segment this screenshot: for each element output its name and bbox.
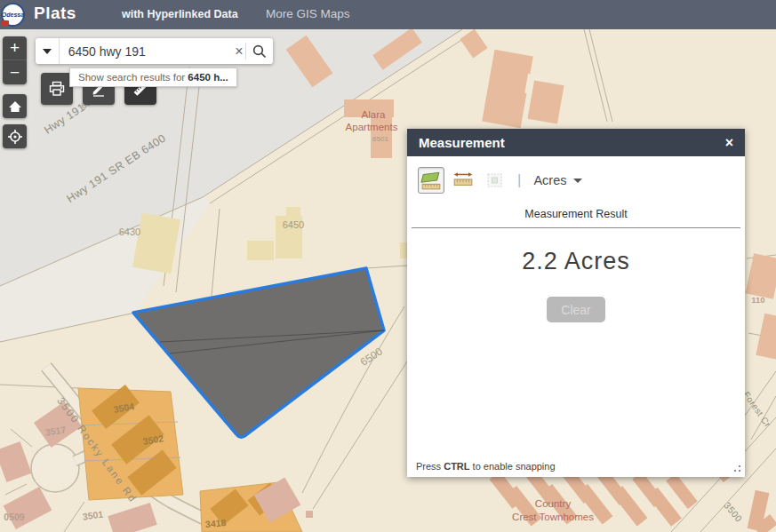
divider xyxy=(412,227,740,228)
search-source-dropdown[interactable] xyxy=(36,38,60,64)
chevron-down-icon xyxy=(43,49,52,54)
close-panel-button[interactable]: × xyxy=(714,135,745,151)
zoom-in-button[interactable]: + xyxy=(3,36,27,60)
search-bar: × xyxy=(36,38,273,64)
clear-button[interactable]: Clear xyxy=(547,297,605,322)
locate-button[interactable] xyxy=(3,124,27,148)
suggestion-term: 6450 h... xyxy=(188,72,228,83)
map-canvas[interactable]: Hwy 191600Hwy 191 SR EB 6400643064506500… xyxy=(0,29,776,532)
printer-icon xyxy=(48,80,66,98)
parcel-label-3418: 3418 xyxy=(204,517,226,529)
suggestion-text: Show search results for xyxy=(78,72,188,83)
search-button[interactable] xyxy=(246,38,273,64)
snapping-hint: Press CTRL to enable snapping xyxy=(407,456,745,477)
home-icon xyxy=(8,99,22,114)
area-measure-button[interactable] xyxy=(418,167,444,194)
unit-label: Acres xyxy=(533,173,566,187)
tools-separator: | xyxy=(517,171,521,189)
parcel-label-0509: 0509 xyxy=(4,512,25,522)
location-measure-icon xyxy=(485,171,505,190)
measurement-result-value: 2.2 Acres xyxy=(407,248,745,275)
poi-label-country-line2: Crest Townhomes xyxy=(512,512,594,522)
close-icon: × xyxy=(725,135,733,150)
poi-label-alara-line1: Alara xyxy=(362,109,386,120)
zoom-out-button[interactable]: − xyxy=(3,60,27,84)
crosshair-icon xyxy=(7,129,23,145)
zoom-control: + − xyxy=(3,36,27,84)
search-input[interactable] xyxy=(60,44,233,59)
print-tool-button[interactable] xyxy=(41,73,73,105)
parcel-label-110: 110 xyxy=(751,295,764,305)
page-title: Plats xyxy=(34,4,76,23)
more-gis-maps-link[interactable]: More GIS Maps xyxy=(266,7,350,20)
home-button[interactable] xyxy=(3,94,27,118)
chevron-down-icon xyxy=(573,179,582,183)
gis-application: Hwy 191600Hwy 191 SR EB 6400643064506500… xyxy=(0,0,776,532)
search-clear-button[interactable]: × xyxy=(233,44,246,60)
search-icon xyxy=(252,44,268,60)
location-measure-button[interactable] xyxy=(482,167,508,194)
poi-label-country-line1: Country xyxy=(535,498,572,509)
parcel-label-6450: 6450 xyxy=(283,219,304,230)
distance-measure-button[interactable] xyxy=(450,167,476,194)
poi-label-alara-line2: Apartments xyxy=(346,122,398,132)
panel-title: Measurement xyxy=(407,135,714,150)
measurement-result-heading: Measurement Result xyxy=(407,208,745,220)
measurement-panel-header[interactable]: Measurement × xyxy=(407,129,745,156)
parcel-label-6430: 6430 xyxy=(119,226,140,237)
app-header: Odessa Plats with Hyperlinked Data More … xyxy=(0,0,776,29)
area-measure-icon xyxy=(420,170,442,191)
distance-measure-icon xyxy=(452,170,474,191)
measurement-panel: Measurement × xyxy=(407,129,745,477)
parcel-label-6501: 6501 xyxy=(372,135,388,143)
search-suggestion[interactable]: Show search results for 6450 h... xyxy=(69,67,237,87)
panel-resize-handle[interactable] xyxy=(739,470,740,472)
page-subtitle: with Hyperlinked Data xyxy=(122,8,238,20)
odessa-logo: Odessa xyxy=(1,3,25,27)
texas-flag-detail xyxy=(2,20,9,26)
unit-dropdown[interactable]: Acres xyxy=(528,172,587,188)
measurement-tools: | Acres xyxy=(407,156,745,194)
